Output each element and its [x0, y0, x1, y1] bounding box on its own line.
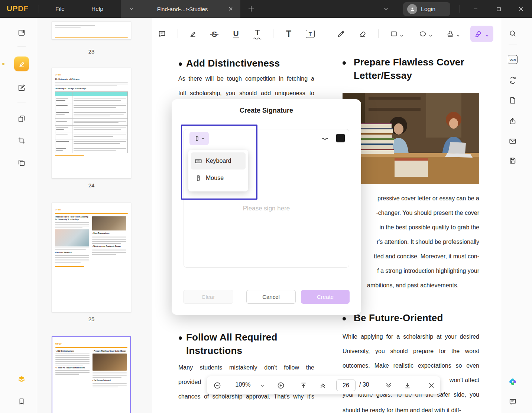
thumbnail-panel: 23 UPDF 10. University of Chicago Univer… [37, 18, 152, 413]
current-page-input[interactable]: 26 [336, 380, 356, 391]
thumb-photo [93, 354, 127, 371]
doc-text-line: won't affect [450, 377, 479, 384]
ellipse-chevron-icon[interactable] [428, 29, 433, 42]
stamp-icon[interactable] [444, 28, 457, 40]
login-button[interactable]: Login [403, 2, 450, 16]
eraser-icon[interactable] [356, 28, 369, 40]
squiggly-underline-icon[interactable]: T [251, 28, 264, 40]
thumbnail-page-25[interactable]: UPDF Practical Tips to Help You in Apply… [52, 203, 131, 312]
thumb-heading: Practical Tips to Help You in Applying f… [55, 216, 89, 221]
pencil-draw-icon[interactable] [335, 28, 347, 40]
doc-text-line: f a strong introduction highlighting you… [377, 268, 479, 274]
bookmark-icon[interactable] [14, 394, 29, 409]
zoom-out-icon[interactable] [213, 381, 222, 390]
search-icon[interactable] [507, 28, 519, 39]
thumbnail-text-lines [55, 255, 89, 263]
layers-icon[interactable] [14, 372, 29, 387]
signature-chevron-icon[interactable] [484, 29, 490, 42]
feedback-chat-icon[interactable] [507, 396, 519, 408]
divider [178, 29, 178, 38]
text-comment-icon[interactable]: T [282, 28, 295, 40]
divider [509, 45, 517, 45]
new-tab-button[interactable] [247, 4, 256, 13]
thumb-updf-logo: UPDF [55, 209, 62, 211]
dropdown-option-mouse[interactable]: Mouse [191, 170, 246, 187]
doc-heading-follow-instructions: Follow All Required [186, 332, 278, 343]
cancel-button[interactable]: Cancel [246, 290, 296, 304]
ocr-icon[interactable]: OCR [507, 54, 519, 65]
close-navbar-icon[interactable] [427, 381, 436, 390]
doc-text-line: While applying for a scholarship at your… [343, 333, 479, 342]
doc-text-line-clipped: should be ready for them and deal with i… [343, 407, 461, 413]
clear-button[interactable]: Clear [183, 290, 233, 304]
organize-pages-icon[interactable] [14, 112, 29, 126]
doc-text-line: As there will be tough competition in fe… [178, 75, 314, 84]
thumbnail-text-lines [55, 222, 89, 228]
thumb-bullet: • Do Your Research [55, 251, 89, 254]
dropdown-option-keyboard[interactable]: Keyboard [191, 152, 246, 170]
minimize-button[interactable] [470, 3, 481, 15]
share-icon[interactable] [507, 115, 519, 127]
tab-chevron-icon[interactable] [130, 7, 133, 11]
ai-assistant-icon[interactable] [507, 376, 519, 388]
page-number-label: 25 [52, 316, 131, 322]
thumb-bullet: • Start Preparations [92, 232, 126, 235]
zoom-chevron-icon[interactable] [260, 381, 265, 390]
page-footer-rule [55, 37, 128, 38]
doc-text-line: provided [178, 379, 201, 385]
mail-icon[interactable] [507, 135, 519, 147]
document-tab[interactable]: Find-and-...r-Studies [121, 0, 240, 18]
thumb-updf-logo: UPDF [55, 74, 62, 76]
page-edit-icon[interactable] [507, 94, 519, 106]
right-sidebar: OCR [501, 18, 532, 413]
stroke-style-wave-icon[interactable] [320, 135, 329, 143]
bullet-point [179, 336, 182, 340]
batch-process-icon[interactable] [14, 155, 29, 170]
convert-icon[interactable] [507, 74, 519, 86]
thumbnail-page-23[interactable] [52, 22, 131, 39]
close-button[interactable] [515, 3, 527, 15]
first-page-icon[interactable] [299, 381, 308, 390]
ellipse-shape-icon[interactable] [416, 28, 429, 40]
thumb-heading: • Prepare Flawless Cover Letter/Essay [93, 350, 127, 352]
doc-heading-add-distinctiveness: Add Distinctiveness [186, 58, 280, 69]
thumbnail-page-24[interactable]: UPDF 10. University of Chicago Universit… [52, 68, 131, 178]
strikethrough-icon[interactable]: S [208, 28, 221, 40]
divider [273, 29, 273, 38]
doc-text-line: -changer. You should present the cover [376, 210, 479, 216]
page-footer-rule [55, 266, 84, 267]
underline-icon[interactable]: U [230, 28, 242, 40]
save-icon[interactable] [507, 155, 519, 167]
zoom-level[interactable]: 109% [230, 381, 256, 388]
help-menu[interactable]: Help [86, 0, 108, 18]
signature-icon[interactable] [472, 28, 484, 40]
edit-pdf-icon[interactable] [14, 80, 29, 95]
doc-text-line: tted and concise. Moreover, it must con- [374, 253, 479, 260]
thumbnail-page-26-selected[interactable]: UPDF • Add Distinctiveness • Follow All … [52, 336, 131, 413]
comment-tool-active[interactable] [14, 57, 29, 71]
reader-mode-icon[interactable] [14, 25, 29, 40]
thumbnail-text-lines [55, 354, 90, 365]
rectangle-shape-icon[interactable] [387, 28, 400, 40]
rectangle-chevron-icon[interactable] [399, 29, 404, 42]
doc-heading-cover-letter: Prepare Flawless Cover [354, 57, 464, 68]
thumbnail-text-lines [92, 249, 126, 255]
file-menu[interactable]: File [50, 0, 70, 18]
tab-list-chevron-icon[interactable] [383, 7, 389, 11]
text-box-icon[interactable]: T [304, 28, 317, 40]
previous-page-icon[interactable] [318, 381, 327, 390]
highlight-icon[interactable] [186, 28, 199, 40]
note-comment-icon[interactable] [156, 28, 168, 40]
color-swatch-black[interactable] [336, 134, 345, 142]
stamp-chevron-icon[interactable] [455, 29, 461, 42]
crop-pages-icon[interactable] [14, 133, 29, 148]
maximize-button[interactable] [493, 3, 505, 15]
tab-close-icon[interactable] [228, 7, 233, 11]
zoom-in-icon[interactable] [276, 381, 285, 390]
last-page-icon[interactable] [403, 381, 412, 390]
tab-title: Find-and-...r-Studies [142, 6, 223, 12]
next-page-icon[interactable] [384, 381, 393, 390]
doc-heading-future-oriented: Be Future-Oriented [354, 312, 443, 324]
thumbnail-text-lines [92, 236, 126, 244]
create-button[interactable]: Create [301, 290, 350, 304]
